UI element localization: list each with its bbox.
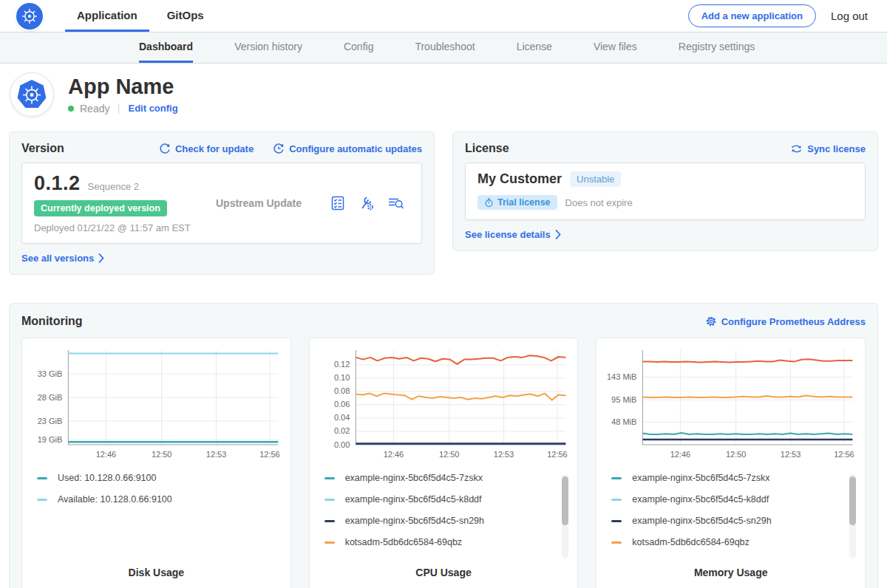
- channel-badge: Unstable: [570, 171, 621, 187]
- app-sub-nav: Dashboard Version history Config Trouble…: [0, 33, 887, 64]
- disk-usage-chart: 19 GiB23 GiB28 GiB33 GiB12:4612:5012:531…: [28, 346, 285, 464]
- trial-license-badge: Trial license: [478, 195, 557, 210]
- current-version-panel: 0.1.2 Sequence 2 Currently deployed vers…: [21, 163, 422, 244]
- check-for-update-label: Check for update: [175, 143, 254, 154]
- app-header: App Name Ready Edit config: [0, 64, 887, 126]
- legend-color-dash-icon: [37, 499, 47, 501]
- customer-name: My Customer: [478, 171, 562, 187]
- legend-color-dash-icon: [324, 520, 335, 522]
- version-card: Version Check for update: [9, 131, 435, 275]
- legend-label: kotsadm-5db6dc6584-69qbz: [632, 537, 749, 547]
- config-wrench-icon[interactable]: [358, 195, 375, 211]
- see-license-details-link[interactable]: See license details: [465, 229, 866, 240]
- sync-arrows-icon: [790, 143, 803, 154]
- tab-application[interactable]: Application: [65, 0, 149, 32]
- sequence-label: Sequence 2: [88, 181, 139, 192]
- subnav-dashboard[interactable]: Dashboard: [139, 33, 193, 63]
- svg-text:23 GiB: 23 GiB: [38, 417, 63, 425]
- configure-prometheus-link[interactable]: Configure Prometheus Address: [705, 315, 866, 327]
- svg-text:48 MiB: 48 MiB: [611, 417, 636, 426]
- legend-scrollbar: [849, 474, 856, 558]
- version-source-label: Upstream Update: [216, 197, 302, 209]
- svg-text:12:50: 12:50: [152, 450, 172, 459]
- svg-text:19 GiB: 19 GiB: [38, 435, 63, 444]
- release-notes-icon[interactable]: [330, 195, 346, 211]
- svg-text:0.08: 0.08: [334, 386, 350, 395]
- view-logs-icon[interactable]: [387, 195, 405, 211]
- memory-usage-chart-card: 48 MiB95 MiB143 MiB12:4612:5012:5312:56 …: [596, 338, 866, 588]
- subnav-view-files[interactable]: View files: [594, 33, 637, 63]
- disk-usage-chart-title: Disk Usage: [22, 567, 290, 578]
- memory-usage-chart-title: Memory Usage: [597, 567, 865, 578]
- disk-usage-chart-card: 19 GiB23 GiB28 GiB33 GiB12:4612:5012:531…: [21, 338, 291, 588]
- legend-label: Used: 10.128.0.66:9100: [58, 473, 156, 483]
- chevron-right-icon: [98, 253, 104, 263]
- svg-text:12:53: 12:53: [781, 450, 801, 459]
- svg-text:0.10: 0.10: [334, 373, 350, 382]
- status-ready-dot-icon: [68, 106, 74, 112]
- kubernetes-logo-icon: [16, 3, 43, 30]
- legend-label: Available: 10.128.0.66:9100: [58, 494, 172, 505]
- configure-automatic-updates-link[interactable]: Configure automatic updates: [273, 143, 422, 154]
- version-card-title: Version: [21, 142, 64, 155]
- svg-text:12:46: 12:46: [670, 450, 691, 459]
- svg-text:12:50: 12:50: [439, 450, 460, 459]
- add-application-button[interactable]: Add a new application: [688, 4, 816, 27]
- license-card: License Sync license My C: [452, 131, 878, 251]
- legend-item: example-nginx-5bc6f5d4c5-sn29h: [611, 516, 843, 526]
- charts-row: 19 GiB23 GiB28 GiB33 GiB12:4612:5012:531…: [21, 338, 866, 588]
- subnav-registry-settings[interactable]: Registry settings: [679, 33, 755, 63]
- chevron-right-icon: [555, 230, 561, 239]
- svg-text:0.04: 0.04: [334, 413, 350, 422]
- legend-label: example-nginx-5bc6f5d4c5-sn29h: [345, 516, 484, 526]
- svg-text:0.06: 0.06: [334, 400, 350, 408]
- license-card-title: License: [465, 142, 509, 155]
- legend-label: kotsadm-5db6dc6584-69qbz: [345, 537, 462, 547]
- refresh-icon: [159, 143, 171, 154]
- edit-config-link[interactable]: Edit config: [128, 103, 177, 114]
- svg-text:0.02: 0.02: [334, 426, 350, 435]
- legend-item: example-nginx-5bc6f5d4c5-k8ddf: [324, 494, 556, 505]
- svg-text:12:50: 12:50: [726, 450, 747, 459]
- legend-item: Available: 10.128.0.66:9100: [37, 494, 268, 505]
- legend-color-dash-icon: [324, 499, 335, 501]
- svg-text:12:53: 12:53: [493, 450, 514, 459]
- svg-text:28 GiB: 28 GiB: [38, 393, 63, 402]
- see-all-versions-link[interactable]: See all versions: [21, 253, 422, 264]
- legend-item: example-nginx-5bc6f5d4c5-sn29h: [324, 516, 556, 526]
- legend-label: example-nginx-5bc6f5d4c5-7zskx: [632, 473, 769, 483]
- legend-item: example-nginx-5bc6f5d4c5-7zskx: [324, 473, 556, 483]
- logout-link[interactable]: Log out: [831, 10, 868, 22]
- legend-color-dash-icon: [324, 541, 335, 544]
- configure-automatic-updates-label: Configure automatic updates: [289, 143, 422, 154]
- currently-deployed-badge: Currently deployed version: [34, 200, 167, 216]
- divider: [118, 103, 119, 114]
- svg-text:33 GiB: 33 GiB: [38, 369, 63, 378]
- subnav-troubleshoot[interactable]: Troubleshoot: [415, 33, 475, 63]
- legend-scrollbar-thumb[interactable]: [849, 476, 856, 525]
- app-kubernetes-avatar-icon: [10, 73, 53, 116]
- subnav-version-history[interactable]: Version history: [234, 33, 302, 63]
- svg-text:0.00: 0.00: [334, 440, 350, 449]
- svg-text:143 MiB: 143 MiB: [607, 372, 636, 381]
- legend-scrollbar-thumb[interactable]: [562, 476, 568, 525]
- version-number: 0.1.2: [34, 172, 81, 195]
- legend-item: Used: 10.128.0.66:9100: [37, 473, 268, 483]
- check-for-update-link[interactable]: Check for update: [159, 143, 254, 154]
- svg-text:12:56: 12:56: [259, 450, 280, 459]
- legend-item: kotsadm-5db6dc6584-69qbz: [611, 537, 843, 547]
- auto-update-clock-icon: [273, 143, 285, 154]
- subnav-license[interactable]: License: [517, 33, 552, 63]
- sync-license-label: Sync license: [807, 143, 866, 154]
- top-nav: Application GitOps Add a new application…: [0, 0, 887, 33]
- gear-icon: [705, 315, 717, 327]
- monitoring-section: Monitoring Configure Prometheus Address …: [9, 303, 878, 588]
- sync-license-link[interactable]: Sync license: [790, 143, 866, 154]
- tab-gitops[interactable]: GitOps: [155, 0, 216, 32]
- legend-item: kotsadm-5db6dc6584-69qbz: [324, 537, 556, 547]
- memory-usage-legend: example-nginx-5bc6f5d4c5-7zskxexample-ng…: [611, 473, 859, 561]
- legend-label: example-nginx-5bc6f5d4c5-7zskx: [345, 473, 483, 483]
- svg-text:12:53: 12:53: [206, 450, 227, 459]
- legend-label: example-nginx-5bc6f5d4c5-k8ddf: [345, 494, 482, 505]
- subnav-config[interactable]: Config: [344, 33, 373, 63]
